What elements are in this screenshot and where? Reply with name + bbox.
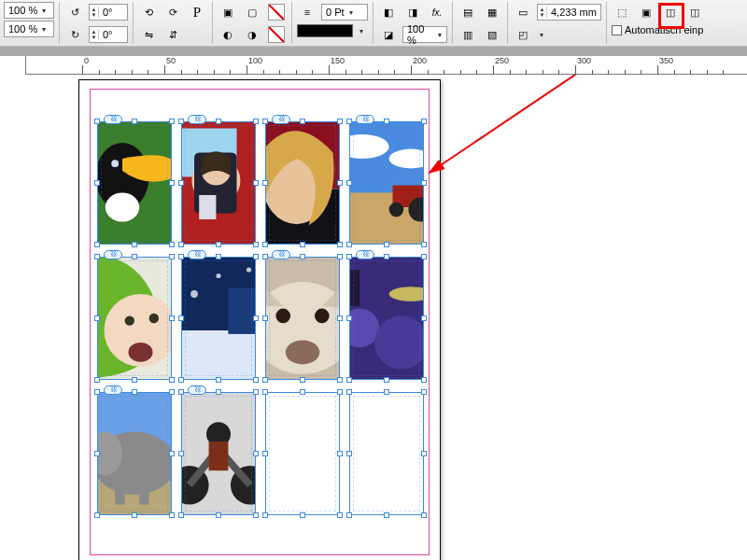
resize-handle[interactable] [300,119,305,124]
resize-handle[interactable] [216,242,221,247]
image-frame-toucan[interactable]: ⛓ [97,121,172,245]
resize-handle[interactable] [421,512,427,518]
image-frame-empty[interactable] [349,392,424,515]
resize-handle[interactable] [178,242,184,247]
image-frame-drums-purple[interactable]: ⛓ [349,257,424,380]
resize-handle[interactable] [337,180,343,186]
resize-handle[interactable] [253,254,259,259]
resize-handle[interactable] [346,180,352,186]
resize-handle[interactable] [337,451,343,456]
resize-handle[interactable] [169,512,175,518]
resize-handle[interactable] [132,119,137,124]
resize-handle[interactable] [253,377,259,383]
resize-handle[interactable] [94,377,100,383]
resize-handle[interactable] [384,242,389,247]
resize-handle[interactable] [262,119,268,124]
resize-handle[interactable] [94,451,100,456]
drop-shadow-icon[interactable]: ◧ [378,2,399,22]
resize-handle[interactable] [346,242,352,247]
resize-handle[interactable] [169,119,175,124]
resize-handle[interactable] [169,377,175,383]
rotate-90-ccw-icon[interactable]: ⟲ [138,2,159,22]
resize-handle[interactable] [253,119,259,124]
resize-handle[interactable] [300,389,305,395]
document-canvas[interactable]: ⛓⛓⛓⛓⛓⛓⛓⛓⛓⛓ [0,75,747,560]
resize-handle[interactable] [94,254,100,259]
resize-handle[interactable] [178,254,184,259]
resize-handle[interactable] [337,315,343,321]
resize-handle[interactable] [384,254,389,259]
text-wrap-3-icon[interactable]: ▥ [458,24,478,45]
resize-handle[interactable] [216,119,221,124]
resize-handle[interactable] [346,512,352,518]
text-wrap-1-icon[interactable]: ▤ [458,2,478,22]
resize-handle[interactable] [169,389,175,395]
fill-none-icon[interactable] [266,24,287,45]
resize-handle[interactable] [384,377,389,383]
fill-frame-button[interactable]: ▣ [636,2,656,22]
resize-handle[interactable] [421,180,427,186]
resize-handle[interactable] [178,119,184,124]
resize-handle[interactable] [337,512,343,518]
resize-handle[interactable] [178,512,184,518]
resize-handle[interactable] [262,254,268,259]
resize-handle[interactable] [337,242,343,247]
select-prev-icon[interactable]: ◐ [218,24,238,45]
resize-handle[interactable] [300,512,305,518]
resize-handle[interactable] [421,451,427,456]
resize-handle[interactable] [262,512,268,518]
resize-handle[interactable] [169,315,175,321]
fit-frame-prop-button[interactable]: ⬚ [612,2,632,22]
chevron-down-icon[interactable]: ▾ [537,31,546,39]
resize-handle[interactable] [253,451,259,456]
resize-handle[interactable] [132,512,137,518]
resize-handle[interactable] [253,315,259,321]
horizontal-ruler[interactable]: 050100150200250300350 [0,56,747,75]
resize-handle[interactable] [300,254,305,259]
resize-handle[interactable] [346,389,352,395]
resize-handle[interactable] [384,119,389,124]
resize-handle[interactable] [216,512,221,518]
image-frame-elephant[interactable]: ⛓ [97,392,172,515]
resize-handle[interactable] [253,180,259,186]
resize-handle[interactable] [421,254,427,259]
resize-handle[interactable] [94,512,100,518]
resize-handle[interactable] [346,254,352,259]
resize-handle[interactable] [262,377,268,383]
select-next-icon[interactable]: ◑ [242,24,262,45]
resize-handle[interactable] [346,315,352,321]
resize-handle[interactable] [169,242,175,247]
resize-handle[interactable] [132,377,137,383]
frame-icon[interactable]: ▭ [513,2,533,22]
rotate-ccw-icon[interactable]: ↺ [64,2,85,22]
resize-handle[interactable] [178,377,184,383]
size-field[interactable]: ▲▼4,233 mm [537,4,601,21]
resize-handle[interactable] [346,119,352,124]
resize-handle[interactable] [421,389,427,395]
resize-handle[interactable] [384,389,389,395]
resize-handle[interactable] [169,451,175,456]
resize-handle[interactable] [262,242,268,247]
resize-handle[interactable] [132,389,137,395]
image-frame-empty[interactable] [265,392,340,515]
resize-handle[interactable] [262,389,268,395]
resize-handle[interactable] [262,451,268,456]
resize-handle[interactable] [421,119,427,124]
fx-button[interactable]: fx. [427,2,447,22]
resize-handle[interactable] [337,389,343,395]
rotate-90-cw-icon[interactable]: ⟳ [162,2,183,22]
image-frame-snow-night-blue[interactable]: ⛓ [181,257,256,380]
image-frame-blonde-woman-red[interactable]: ⛓ [265,121,340,245]
stroke-weight-combo[interactable]: 0 Pt ▾ [321,4,368,21]
resize-handle[interactable] [337,377,343,383]
image-frame-animal-closeup[interactable]: ⛓ [265,257,340,380]
rotation-2-field[interactable]: ▲▼0° [89,26,128,43]
resize-handle[interactable] [132,242,137,247]
resize-handle[interactable] [346,377,352,383]
resize-handle[interactable] [216,377,221,383]
resize-handle[interactable] [216,254,221,259]
resize-handle[interactable] [346,451,352,456]
resize-handle[interactable] [178,315,184,321]
text-wrap-2-icon[interactable]: ▦ [482,2,502,22]
resize-handle[interactable] [300,377,305,383]
